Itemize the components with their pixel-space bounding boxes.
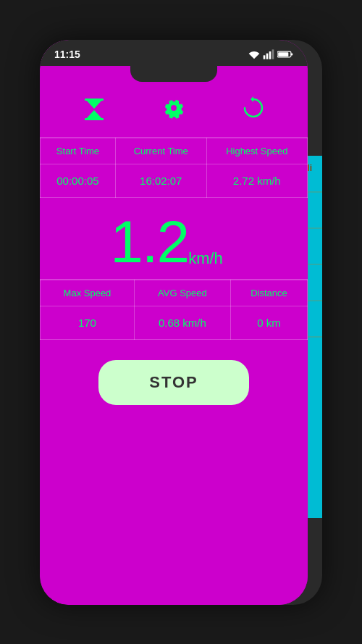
- header-start-time: Start Time: [41, 138, 116, 164]
- toolbar: [40, 82, 308, 138]
- data-table-top: Start Time Current Time Highest Speed 00…: [40, 138, 308, 198]
- svg-rect-6: [264, 55, 266, 59]
- notch: [130, 66, 217, 82]
- reset-icon[interactable]: [240, 95, 266, 124]
- reset-svg: [240, 95, 266, 121]
- gear-svg: [161, 95, 187, 121]
- phone-container: Hi km D 11:15: [40, 40, 322, 605]
- value-highest-speed: 2.72 km/h: [206, 164, 307, 197]
- svg-rect-12: [278, 52, 288, 57]
- stop-button[interactable]: STOP: [98, 360, 249, 405]
- header-row-bottom: Max Speed AVG Speed Distance: [41, 280, 308, 306]
- value-distance: 0 km: [230, 306, 307, 339]
- battery-icon: [277, 49, 293, 59]
- speed-display: 1.2 km/h: [40, 198, 308, 280]
- gear-icon[interactable]: [161, 95, 187, 124]
- wifi-icon: [248, 49, 260, 60]
- value-max-speed: 170: [41, 306, 135, 339]
- svg-rect-15: [85, 99, 104, 101]
- svg-rect-11: [291, 53, 292, 55]
- main-content: Start Time Current Time Highest Speed 00…: [40, 82, 308, 605]
- header-avg-speed: AVG Speed: [134, 280, 230, 306]
- value-avg-speed: 0.68 km/h: [134, 306, 230, 339]
- stop-section: STOP: [40, 340, 308, 425]
- header-current-time: Current Time: [115, 138, 206, 164]
- speed-row: 1.2 km/h: [47, 212, 300, 272]
- phone-screen: 11:15: [40, 40, 308, 605]
- header-distance: Distance: [230, 280, 307, 306]
- speed-number: 1.2: [110, 212, 188, 272]
- data-table-bottom: Max Speed AVG Speed Distance 170 0.68 km…: [40, 280, 308, 340]
- value-current-time: 16:02:07: [115, 164, 206, 197]
- speed-unit: km/h: [188, 249, 223, 268]
- value-row-top: 00:00:05 16:02:07 2.72 km/h: [41, 164, 308, 197]
- svg-rect-9: [272, 49, 274, 59]
- value-start-time: 00:00:05: [41, 164, 116, 197]
- clock: 11:15: [54, 49, 80, 60]
- signal-icon: [263, 49, 274, 60]
- header-highest-speed: Highest Speed: [206, 138, 307, 164]
- svg-rect-7: [266, 53, 269, 59]
- hourglass-icon[interactable]: [81, 96, 107, 122]
- svg-marker-17: [251, 96, 253, 102]
- status-icons: [248, 49, 293, 60]
- hourglass-svg: [81, 96, 107, 122]
- header-row-top: Start Time Current Time Highest Speed: [41, 138, 308, 164]
- svg-rect-8: [269, 51, 272, 59]
- svg-rect-16: [85, 118, 104, 120]
- value-row-bottom: 170 0.68 km/h 0 km: [41, 306, 308, 339]
- header-max-speed: Max Speed: [41, 280, 135, 306]
- status-bar: 11:15: [40, 40, 308, 66]
